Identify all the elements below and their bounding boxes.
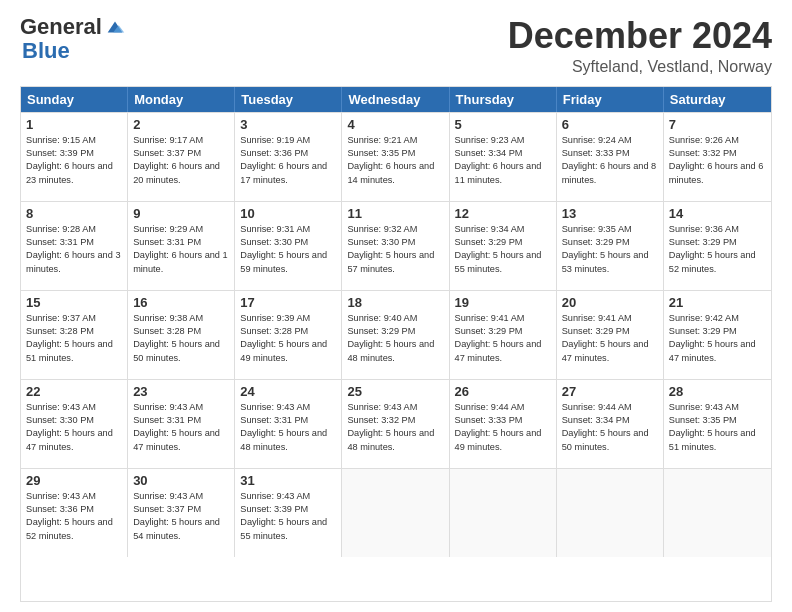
day-info: Sunrise: 9:24 AM Sunset: 3:33 PM Dayligh… (562, 134, 658, 187)
day-info: Sunrise: 9:34 AM Sunset: 3:29 PM Dayligh… (455, 223, 551, 276)
day-info: Sunrise: 9:43 AM Sunset: 3:31 PM Dayligh… (240, 401, 336, 454)
day-number: 8 (26, 206, 122, 221)
calendar-week-1: 1Sunrise: 9:15 AM Sunset: 3:39 PM Daylig… (21, 112, 771, 201)
day-info: Sunrise: 9:44 AM Sunset: 3:33 PM Dayligh… (455, 401, 551, 454)
day-cell-4: 4Sunrise: 9:21 AM Sunset: 3:35 PM Daylig… (342, 113, 449, 201)
day-info: Sunrise: 9:43 AM Sunset: 3:31 PM Dayligh… (133, 401, 229, 454)
day-cell-21: 21Sunrise: 9:42 AM Sunset: 3:29 PM Dayli… (664, 291, 771, 379)
day-cell-10: 10Sunrise: 9:31 AM Sunset: 3:30 PM Dayli… (235, 202, 342, 290)
day-number: 20 (562, 295, 658, 310)
logo-blue-text: Blue (22, 38, 70, 63)
day-cell-17: 17Sunrise: 9:39 AM Sunset: 3:28 PM Dayli… (235, 291, 342, 379)
day-cell-16: 16Sunrise: 9:38 AM Sunset: 3:28 PM Dayli… (128, 291, 235, 379)
day-cell-26: 26Sunrise: 9:44 AM Sunset: 3:33 PM Dayli… (450, 380, 557, 468)
day-number: 25 (347, 384, 443, 399)
day-number: 4 (347, 117, 443, 132)
day-info: Sunrise: 9:37 AM Sunset: 3:28 PM Dayligh… (26, 312, 122, 365)
day-info: Sunrise: 9:41 AM Sunset: 3:29 PM Dayligh… (455, 312, 551, 365)
day-info: Sunrise: 9:38 AM Sunset: 3:28 PM Dayligh… (133, 312, 229, 365)
day-info: Sunrise: 9:43 AM Sunset: 3:37 PM Dayligh… (133, 490, 229, 543)
day-info: Sunrise: 9:44 AM Sunset: 3:34 PM Dayligh… (562, 401, 658, 454)
day-number: 10 (240, 206, 336, 221)
day-info: Sunrise: 9:21 AM Sunset: 3:35 PM Dayligh… (347, 134, 443, 187)
day-info: Sunrise: 9:39 AM Sunset: 3:28 PM Dayligh… (240, 312, 336, 365)
logo-general-text: General (20, 16, 102, 38)
day-number: 13 (562, 206, 658, 221)
day-cell-12: 12Sunrise: 9:34 AM Sunset: 3:29 PM Dayli… (450, 202, 557, 290)
empty-cell (342, 469, 449, 557)
day-info: Sunrise: 9:43 AM Sunset: 3:32 PM Dayligh… (347, 401, 443, 454)
calendar-header-row: SundayMondayTuesdayWednesdayThursdayFrid… (21, 87, 771, 112)
day-number: 11 (347, 206, 443, 221)
day-info: Sunrise: 9:19 AM Sunset: 3:36 PM Dayligh… (240, 134, 336, 187)
day-cell-23: 23Sunrise: 9:43 AM Sunset: 3:31 PM Dayli… (128, 380, 235, 468)
day-info: Sunrise: 9:36 AM Sunset: 3:29 PM Dayligh… (669, 223, 766, 276)
day-cell-29: 29Sunrise: 9:43 AM Sunset: 3:36 PM Dayli… (21, 469, 128, 557)
day-info: Sunrise: 9:15 AM Sunset: 3:39 PM Dayligh… (26, 134, 122, 187)
day-header-friday: Friday (557, 87, 664, 112)
day-cell-20: 20Sunrise: 9:41 AM Sunset: 3:29 PM Dayli… (557, 291, 664, 379)
day-header-sunday: Sunday (21, 87, 128, 112)
day-info: Sunrise: 9:42 AM Sunset: 3:29 PM Dayligh… (669, 312, 766, 365)
day-cell-9: 9Sunrise: 9:29 AM Sunset: 3:31 PM Daylig… (128, 202, 235, 290)
day-number: 12 (455, 206, 551, 221)
day-number: 19 (455, 295, 551, 310)
header: General Blue December 2024 Syfteland, Ve… (20, 16, 772, 76)
day-cell-28: 28Sunrise: 9:43 AM Sunset: 3:35 PM Dayli… (664, 380, 771, 468)
day-number: 28 (669, 384, 766, 399)
calendar-week-2: 8Sunrise: 9:28 AM Sunset: 3:31 PM Daylig… (21, 201, 771, 290)
day-number: 9 (133, 206, 229, 221)
day-number: 6 (562, 117, 658, 132)
day-cell-31: 31Sunrise: 9:43 AM Sunset: 3:39 PM Dayli… (235, 469, 342, 557)
day-info: Sunrise: 9:43 AM Sunset: 3:39 PM Dayligh… (240, 490, 336, 543)
day-cell-1: 1Sunrise: 9:15 AM Sunset: 3:39 PM Daylig… (21, 113, 128, 201)
day-number: 7 (669, 117, 766, 132)
empty-cell (664, 469, 771, 557)
header-right: December 2024 Syfteland, Vestland, Norwa… (508, 16, 772, 76)
calendar-body: 1Sunrise: 9:15 AM Sunset: 3:39 PM Daylig… (21, 112, 771, 557)
empty-cell (450, 469, 557, 557)
day-cell-19: 19Sunrise: 9:41 AM Sunset: 3:29 PM Dayli… (450, 291, 557, 379)
day-number: 15 (26, 295, 122, 310)
day-info: Sunrise: 9:28 AM Sunset: 3:31 PM Dayligh… (26, 223, 122, 276)
day-cell-13: 13Sunrise: 9:35 AM Sunset: 3:29 PM Dayli… (557, 202, 664, 290)
month-title: December 2024 (508, 16, 772, 56)
day-number: 16 (133, 295, 229, 310)
day-header-saturday: Saturday (664, 87, 771, 112)
day-cell-22: 22Sunrise: 9:43 AM Sunset: 3:30 PM Dayli… (21, 380, 128, 468)
day-cell-18: 18Sunrise: 9:40 AM Sunset: 3:29 PM Dayli… (342, 291, 449, 379)
day-info: Sunrise: 9:35 AM Sunset: 3:29 PM Dayligh… (562, 223, 658, 276)
day-info: Sunrise: 9:26 AM Sunset: 3:32 PM Dayligh… (669, 134, 766, 187)
logo: General Blue (20, 16, 126, 64)
day-cell-14: 14Sunrise: 9:36 AM Sunset: 3:29 PM Dayli… (664, 202, 771, 290)
day-number: 29 (26, 473, 122, 488)
day-number: 2 (133, 117, 229, 132)
day-number: 30 (133, 473, 229, 488)
day-number: 5 (455, 117, 551, 132)
day-info: Sunrise: 9:43 AM Sunset: 3:30 PM Dayligh… (26, 401, 122, 454)
day-cell-3: 3Sunrise: 9:19 AM Sunset: 3:36 PM Daylig… (235, 113, 342, 201)
day-cell-8: 8Sunrise: 9:28 AM Sunset: 3:31 PM Daylig… (21, 202, 128, 290)
day-number: 1 (26, 117, 122, 132)
calendar-week-4: 22Sunrise: 9:43 AM Sunset: 3:30 PM Dayli… (21, 379, 771, 468)
calendar: SundayMondayTuesdayWednesdayThursdayFrid… (20, 86, 772, 602)
page: General Blue December 2024 Syfteland, Ve… (0, 0, 792, 612)
day-info: Sunrise: 9:31 AM Sunset: 3:30 PM Dayligh… (240, 223, 336, 276)
day-number: 31 (240, 473, 336, 488)
day-info: Sunrise: 9:41 AM Sunset: 3:29 PM Dayligh… (562, 312, 658, 365)
day-info: Sunrise: 9:23 AM Sunset: 3:34 PM Dayligh… (455, 134, 551, 187)
day-cell-7: 7Sunrise: 9:26 AM Sunset: 3:32 PM Daylig… (664, 113, 771, 201)
day-number: 17 (240, 295, 336, 310)
day-header-wednesday: Wednesday (342, 87, 449, 112)
day-header-thursday: Thursday (450, 87, 557, 112)
day-number: 23 (133, 384, 229, 399)
day-cell-2: 2Sunrise: 9:17 AM Sunset: 3:37 PM Daylig… (128, 113, 235, 201)
day-cell-15: 15Sunrise: 9:37 AM Sunset: 3:28 PM Dayli… (21, 291, 128, 379)
day-info: Sunrise: 9:29 AM Sunset: 3:31 PM Dayligh… (133, 223, 229, 276)
day-number: 27 (562, 384, 658, 399)
day-number: 21 (669, 295, 766, 310)
day-cell-24: 24Sunrise: 9:43 AM Sunset: 3:31 PM Dayli… (235, 380, 342, 468)
day-info: Sunrise: 9:43 AM Sunset: 3:35 PM Dayligh… (669, 401, 766, 454)
calendar-week-5: 29Sunrise: 9:43 AM Sunset: 3:36 PM Dayli… (21, 468, 771, 557)
day-number: 22 (26, 384, 122, 399)
